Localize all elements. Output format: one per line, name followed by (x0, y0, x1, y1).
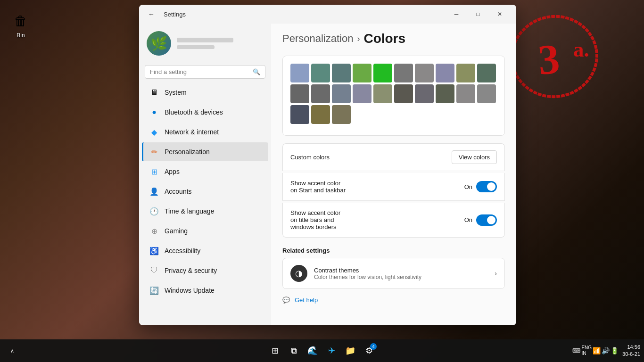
start-icon: ⊞ (272, 346, 279, 356)
taskbar: ∧ ⊞ ⧉ 🌊 ✈ 📁 ⚙ 4 (0, 339, 644, 362)
accent-titlebar-toggle[interactable] (476, 214, 497, 226)
color-swatch[interactable] (373, 64, 392, 82)
settings-badge: 4 (370, 343, 377, 350)
color-swatch[interactable] (311, 105, 330, 124)
sidebar-item-privacy[interactable]: 🛡 Privacy & security (142, 261, 268, 280)
accent-taskbar-state: On (464, 183, 472, 190)
color-swatch[interactable] (415, 64, 434, 82)
color-swatch[interactable] (290, 84, 309, 103)
widgets-icon: ⧉ (291, 346, 297, 356)
color-swatch[interactable] (353, 84, 372, 103)
color-swatch[interactable] (436, 64, 454, 82)
sidebar-item-accessibility[interactable]: ♿ Accessibility (142, 241, 268, 260)
get-help-link[interactable]: 💬 Get help (282, 296, 505, 304)
edge-icon: 🌊 (307, 346, 318, 356)
close-button[interactable]: ✕ (489, 7, 511, 22)
bin-icon[interactable]: 🗑 Bin (9, 9, 32, 41)
accent-titlebar-toggle-group: On (464, 214, 497, 226)
settings-body: 🌿 🔍 🖥 System (139, 24, 516, 325)
svg-text:a.: a. (573, 38, 589, 61)
sidebar-item-network[interactable]: ◆ Network & internet (142, 123, 268, 141)
settings-button[interactable]: ⚙ 4 (361, 342, 378, 359)
sidebar-item-accounts[interactable]: 👤 Accounts (142, 182, 268, 201)
sidebar-item-label: Apps (165, 168, 180, 175)
color-swatch[interactable] (477, 84, 496, 103)
color-swatch[interactable] (394, 64, 413, 82)
color-swatch[interactable] (436, 84, 454, 103)
accent-titlebar-label: Show accent color on title bars and wind… (290, 209, 340, 230)
color-swatch[interactable] (477, 64, 496, 82)
taskbar-right: ⌨ ENGIN 📶 🔊 🔋 14:56 30-6-21 (572, 344, 640, 358)
taskbar-date-display: 30-6-21 (622, 351, 640, 358)
language-display: ENGIN (581, 345, 592, 356)
related-settings-title: Related settings (282, 247, 505, 254)
color-swatch[interactable] (394, 84, 413, 103)
sidebar-item-label: Personalization (165, 148, 210, 156)
bin-image: 🗑 (11, 11, 30, 30)
accessibility-icon: ♿ (149, 246, 159, 255)
color-swatch[interactable] (290, 105, 309, 124)
contrast-themes-row[interactable]: ◑ Contrast themes Color themes for low v… (282, 258, 505, 289)
color-swatch[interactable] (311, 64, 330, 82)
color-swatch[interactable] (456, 84, 475, 103)
explorer-icon: 📁 (345, 346, 355, 356)
explorer-button[interactable]: 📁 (342, 342, 359, 359)
sidebar-item-label: System (165, 89, 187, 96)
color-swatch[interactable] (311, 84, 330, 103)
sidebar-item-label: Network & internet (165, 128, 219, 136)
breadcrumb-separator: › (357, 34, 360, 44)
color-swatch[interactable] (332, 84, 351, 103)
system-icon: 🖥 (149, 88, 159, 97)
tray-up-icon: ∧ (10, 348, 14, 354)
taskbar-datetime: 14:56 30-6-21 (622, 344, 640, 358)
sidebar-item-apps[interactable]: ⊞ Apps (142, 162, 268, 181)
taskbar-time-display: 14:56 (622, 344, 640, 351)
color-swatch[interactable] (290, 64, 309, 82)
search-box[interactable]: 🔍 (145, 65, 265, 79)
sidebar-item-personalization[interactable]: ✏ Personalization (142, 142, 268, 161)
privacy-icon: 🛡 (149, 266, 159, 275)
widgets-button[interactable]: ⧉ (285, 342, 302, 359)
sidebar-item-label: Accounts (165, 188, 192, 195)
sidebar-item-update[interactable]: 🔄 Windows Update (142, 281, 268, 300)
sidebar: 🌿 🔍 🖥 System (139, 24, 271, 325)
desktop: 🗑 Bin 3 a. ← Settings ─ □ ✕ 🌿 (0, 0, 644, 362)
accent-taskbar-toggle[interactable] (476, 181, 497, 192)
view-colors-button[interactable]: View colors (452, 150, 497, 164)
maximize-button[interactable]: □ (467, 7, 489, 22)
keyboard-icon: ⌨ (572, 347, 580, 354)
wifi-icon: 📶 (593, 347, 601, 354)
sidebar-item-bluetooth[interactable]: ● Bluetooth & devices (142, 103, 268, 122)
color-swatch[interactable] (373, 84, 392, 103)
back-button[interactable]: ← (145, 8, 158, 21)
sidebar-item-time[interactable]: 🕐 Time & language (142, 202, 268, 221)
taskbar-center: ⊞ ⧉ 🌊 ✈ 📁 ⚙ 4 (266, 342, 378, 359)
chevron-right-icon: › (495, 270, 497, 277)
color-swatch[interactable] (415, 84, 434, 103)
sidebar-item-label: Accessibility (165, 247, 200, 255)
color-swatch[interactable] (456, 64, 475, 82)
contrast-subtitle: Color themes for low vision, light sensi… (314, 274, 488, 280)
accounts-icon: 👤 (149, 187, 159, 196)
user-profile: 🌿 (139, 27, 271, 63)
color-swatch[interactable] (332, 64, 351, 82)
help-icon: 💬 (282, 296, 290, 304)
minimize-button[interactable]: ─ (446, 7, 467, 22)
color-swatch[interactable] (353, 64, 372, 82)
edge-button[interactable]: 🌊 (304, 342, 321, 359)
window-title: Settings (164, 11, 186, 18)
sidebar-item-gaming[interactable]: ⊕ Gaming (142, 222, 268, 240)
sidebar-item-system[interactable]: 🖥 System (142, 83, 268, 102)
custom-colors-label: Custom colors (290, 154, 330, 161)
telegram-button[interactable]: ✈ (323, 342, 340, 359)
contrast-icon: ◑ (290, 265, 307, 282)
telegram-icon: ✈ (328, 346, 335, 356)
accent-titlebar-state: On (464, 216, 472, 223)
color-swatch[interactable] (332, 105, 351, 124)
sidebar-item-label: Gaming (165, 227, 188, 235)
taskbar-tray-icon[interactable]: ∧ (4, 342, 21, 359)
start-button[interactable]: ⊞ (266, 342, 283, 359)
time-icon: 🕐 (149, 206, 159, 216)
sidebar-item-label: Privacy & security (165, 267, 217, 274)
search-input[interactable] (150, 68, 249, 75)
